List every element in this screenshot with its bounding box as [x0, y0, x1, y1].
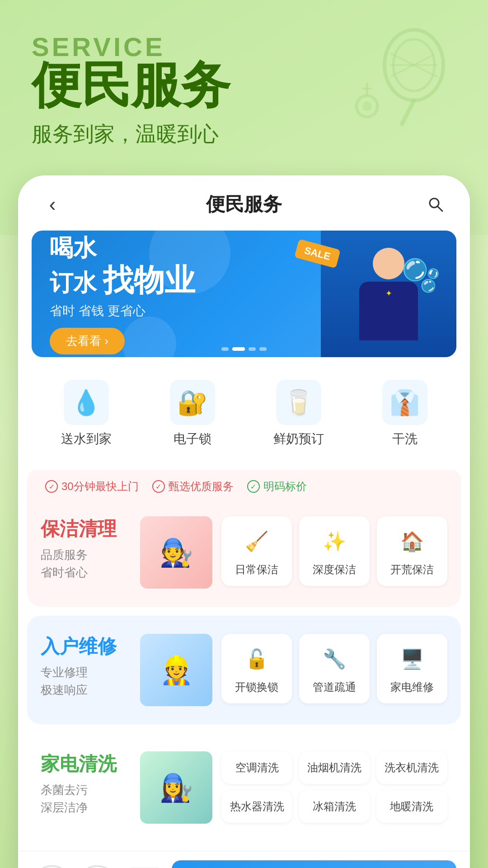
- back-button[interactable]: ‹: [41, 193, 64, 216]
- daily-cleaning-icon: 🧹: [241, 525, 272, 557]
- appliance-item-heater[interactable]: 热水器清洗: [221, 790, 292, 823]
- hero-service-cn: 便民服务: [32, 57, 456, 112]
- lock-icon-box: 🔐: [170, 380, 215, 425]
- movein-cleaning-icon: 🏠: [396, 525, 428, 557]
- service-active-btn[interactable]: 服务中 为你服务中 ›: [172, 860, 456, 868]
- cleaning-item-daily[interactable]: 🧹 日常保洁: [221, 516, 292, 586]
- repair-section: 入户维修 专业修理 极速响应 👷 🔓 开锁换锁 🔧: [27, 616, 461, 724]
- quick-item-milk[interactable]: 🥛 鲜奶预订: [273, 380, 324, 448]
- cleaning-title: 保洁清理: [41, 516, 131, 542]
- banner-dot-1: [221, 347, 229, 351]
- cleaning-section: 保洁清理 品质服务 省时省心 🧑‍🔧 🧹 日常保洁: [27, 498, 461, 607]
- badges-row: ✓ 30分钟最快上门 ✓ 甄选优质服务 ✓ 明码标价: [27, 470, 461, 498]
- phone-card: ‹ 便民服务 喝水 订水 找物业 省时 省钱 更省心 去看看 ›: [18, 175, 470, 868]
- appliance-item-ac[interactable]: 空调清洗: [221, 751, 292, 784]
- check-icon-2: ✓: [152, 480, 165, 493]
- appliance-item-floor-heating[interactable]: 地暖清洗: [376, 790, 447, 823]
- badge-quality: ✓ 甄选优质服务: [152, 479, 234, 494]
- repair-info: 入户维修 专业修理 极速响应: [41, 634, 131, 699]
- repair-person: 👷: [140, 634, 212, 706]
- appliance-item-washer[interactable]: 洗衣机清洗: [376, 751, 447, 784]
- cleaning-items: 🧹 日常保洁 ✨ 深度保洁 🏠 开荒保洁: [221, 516, 447, 586]
- appliance-title: 家电清洗: [41, 751, 131, 777]
- repair-body: 入户维修 专业修理 极速响应 👷 🔓 开锁换锁 🔧: [41, 634, 447, 706]
- milk-icon-box: 🥛: [276, 380, 321, 425]
- repair-item-lock[interactable]: 🔓 开锁换锁: [221, 634, 292, 703]
- hero-service-en: SERVICE: [32, 32, 456, 62]
- cleaning-item-deep[interactable]: ✨ 深度保洁: [299, 516, 370, 586]
- repair-desc: 专业修理 极速响应: [41, 664, 131, 699]
- appliance-repair-icon: 🖥️: [396, 643, 428, 675]
- quick-item-water[interactable]: 💧 送水到家: [61, 380, 112, 448]
- deep-cleaning-icon: ✨: [319, 525, 350, 557]
- banner-dot-3: [249, 347, 256, 351]
- quick-item-label-lock: 电子锁: [174, 430, 211, 448]
- banner-sub-text: 省时 省钱 更省心: [50, 302, 195, 320]
- appliance-info: 家电清洗 杀菌去污 深层洁净: [41, 751, 131, 816]
- repair-item-pipe[interactable]: 🔧 管道疏通: [299, 634, 370, 703]
- cleaning-body: 保洁清理 品质服务 省时省心 🧑‍🔧 🧹 日常保洁: [41, 516, 447, 589]
- drycleaning-icon-box: 👔: [382, 380, 427, 425]
- check-icon-3: ✓: [247, 480, 260, 493]
- appliance-desc: 杀菌去污 深层洁净: [41, 781, 131, 816]
- svg-line-11: [437, 206, 442, 211]
- page-title: 便民服务: [206, 192, 282, 217]
- topbar: ‹ 便民服务: [18, 175, 470, 231]
- pest-icons: 🪲 🦟: [32, 865, 117, 868]
- lock-repair-icon: 🔓: [241, 643, 272, 675]
- pipe-icon: 🔧: [319, 643, 350, 675]
- appliance-body: 家电清洗 杀菌去污 深层洁净 👩‍🔧 空调清洗 油烟机清洗: [41, 751, 447, 824]
- banner-btn[interactable]: 去看看 ›: [50, 328, 125, 354]
- cleaning-item-move-in[interactable]: 🏠 开荒保洁: [377, 516, 447, 586]
- quick-icons: 💧 送水到家 🔐 电子锁 🥛 鲜奶预订 👔 干洗: [18, 371, 470, 461]
- water-icon-box: 💧: [64, 380, 109, 425]
- badge-price: ✓ 明码标价: [247, 479, 307, 494]
- cleaning-desc: 品质服务 省时省心: [41, 546, 131, 581]
- bottom-bar: 🪲 🦟 🏢 服务中 为你服务中 ›: [18, 851, 470, 868]
- cleaning-info: 保洁清理 品质服务 省时省心: [41, 516, 131, 581]
- check-icon: ✓: [45, 480, 58, 493]
- quick-item-drycleaning[interactable]: 👔 干洗: [382, 380, 427, 448]
- banner-text-area: 喝水 订水 找物业 省时 省钱 更省心 去看看 ›: [32, 231, 213, 357]
- appliance-items: 空调清洗 油烟机清洗 洗衣机清洗 热水器清洗 冰箱清洗 地暖: [221, 751, 447, 823]
- pest-icon-1: 🪲: [32, 865, 72, 868]
- repair-items: 🔓 开锁换锁 🔧 管道疏通 🖥️ 家电维修: [221, 634, 447, 703]
- appliance-person: 👩‍🔧: [140, 751, 212, 824]
- quick-item-label-milk: 鲜奶预订: [273, 430, 324, 448]
- appliance-item-hood[interactable]: 油烟机清洗: [299, 751, 370, 784]
- quick-item-lock[interactable]: 🔐 电子锁: [170, 380, 215, 448]
- banner-dots: [221, 347, 267, 351]
- banner[interactable]: 喝水 订水 找物业 省时 省钱 更省心 去看看 › ✦ 🫧 SALE: [32, 231, 456, 357]
- quick-item-label-water: 送水到家: [61, 430, 112, 448]
- repair-item-appliance[interactable]: 🖥️ 家电维修: [377, 634, 447, 703]
- search-button[interactable]: [424, 193, 447, 216]
- hero-subtitle: 服务到家，温暖到心: [32, 120, 456, 148]
- pest-icon-2: 🦟: [77, 865, 117, 868]
- hero-section: SERVICE 便民服务 服务到家，温暖到心: [0, 0, 488, 148]
- banner-dot-2: [232, 347, 245, 351]
- quick-item-label-drycleaning: 干洗: [392, 430, 418, 448]
- repair-title: 入户维修: [41, 634, 131, 659]
- banner-dot-4: [259, 347, 267, 351]
- banner-person: ✦ 🫧: [321, 231, 456, 357]
- banner-main-text: 喝水 订水 找物业: [50, 234, 195, 299]
- badge-fast: ✓ 30分钟最快上门: [45, 479, 139, 494]
- appliance-section: 家电清洗 杀菌去污 深层洁净 👩‍🔧 空调清洗 油烟机清洗: [27, 733, 461, 842]
- services-wrap: ✓ 30分钟最快上门 ✓ 甄选优质服务 ✓ 明码标价 保洁清理 品质服务 省时省…: [18, 470, 470, 868]
- appliance-item-fridge[interactable]: 冰箱清洗: [299, 790, 370, 823]
- cleaning-person: 🧑‍🔧: [140, 516, 212, 589]
